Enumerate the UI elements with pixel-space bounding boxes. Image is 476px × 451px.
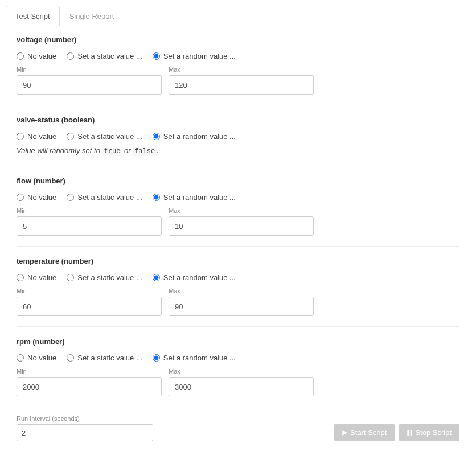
radio-input[interactable] (17, 133, 24, 140)
radio-option-random[interactable]: Set a random value ... (153, 132, 236, 141)
radio-input[interactable] (153, 274, 160, 281)
section-valve-status: valve-status (boolean)No valueSet a stat… (17, 116, 459, 166)
min-label: Min (17, 66, 162, 73)
max-field: Max (169, 66, 314, 95)
radio-label: No value (27, 193, 56, 202)
radio-label: Set a random value ... (163, 132, 236, 141)
min-label: Min (17, 207, 162, 214)
note-code: true (102, 147, 122, 156)
radio-option-static[interactable]: Set a static value ... (67, 132, 142, 141)
footer: Run Interval (seconds) Start Script Stop… (17, 415, 459, 441)
tab-single-report[interactable]: Single Report (60, 6, 124, 26)
radio-label: No value (27, 273, 56, 282)
start-script-button[interactable]: Start Script (334, 424, 395, 441)
radio-option-static[interactable]: Set a static value ... (67, 273, 142, 282)
radio-option-random[interactable]: Set a random value ... (153, 273, 236, 282)
radio-option-static[interactable]: Set a static value ... (67, 193, 142, 202)
radio-label: Set a static value ... (77, 52, 142, 60)
radio-option-noValue[interactable]: No value (17, 132, 56, 141)
max-field: Max (169, 368, 314, 396)
min-input[interactable] (17, 377, 162, 396)
minmax-row: MinMax (17, 66, 459, 95)
minmax-row: MinMax (17, 288, 459, 316)
radio-input[interactable] (153, 52, 160, 60)
radio-label: Set a static value ... (77, 273, 142, 282)
radio-label: Set a random value ... (163, 273, 236, 282)
max-input[interactable] (169, 297, 314, 316)
run-interval-input[interactable] (17, 424, 153, 441)
min-field: Min (17, 368, 162, 396)
max-input[interactable] (169, 75, 314, 95)
tab-test-script[interactable]: Test Script (6, 6, 60, 26)
note-text: . (157, 146, 159, 155)
boolean-note: Value will randomly set to true or false… (17, 146, 459, 155)
max-input[interactable] (169, 216, 314, 236)
radio-input[interactable] (17, 52, 24, 60)
buttons: Start Script Stop Script (334, 424, 459, 441)
section-title: flow (number) (17, 177, 459, 185)
radio-input[interactable] (67, 52, 74, 60)
section-title: voltage (number) (17, 35, 459, 44)
min-input[interactable] (17, 297, 162, 316)
min-input[interactable] (17, 216, 162, 236)
pause-icon (407, 430, 412, 436)
section-title: temperature (number) (17, 257, 459, 265)
stop-script-button[interactable]: Stop Script (399, 424, 459, 441)
section-temperature: temperature (number)No valueSet a static… (17, 257, 459, 327)
run-interval-label: Run Interval (seconds) (17, 415, 153, 422)
radio-option-noValue[interactable]: No value (17, 52, 56, 60)
start-script-label: Start Script (350, 428, 387, 437)
minmax-row: MinMax (17, 368, 459, 396)
radio-option-random[interactable]: Set a random value ... (153, 52, 236, 60)
min-field: Min (17, 207, 162, 236)
max-label: Max (169, 288, 314, 294)
radio-label: Set a random value ... (163, 193, 236, 202)
radio-label: Set a static value ... (77, 132, 142, 141)
radio-input[interactable] (153, 194, 160, 201)
stop-script-label: Stop Script (415, 428, 452, 437)
radio-input[interactable] (17, 274, 24, 281)
section-title: rpm (number) (17, 337, 459, 346)
radio-input[interactable] (153, 133, 160, 140)
svg-rect-1 (411, 430, 412, 436)
radio-option-random[interactable]: Set a random value ... (153, 193, 236, 202)
radio-input[interactable] (67, 274, 74, 281)
radio-option-noValue[interactable]: No value (17, 273, 56, 282)
min-field: Min (17, 66, 162, 95)
radio-option-random[interactable]: Set a random value ... (153, 354, 236, 362)
min-label: Min (17, 368, 162, 375)
section-flow: flow (number)No valueSet a static value … (17, 177, 459, 247)
radio-option-static[interactable]: Set a static value ... (67, 52, 142, 60)
run-interval-field: Run Interval (seconds) (17, 415, 153, 441)
radio-option-noValue[interactable]: No value (17, 354, 56, 362)
play-icon (342, 430, 347, 436)
min-input[interactable] (17, 75, 162, 95)
radio-label: Set a static value ... (77, 354, 142, 362)
radio-input[interactable] (67, 194, 74, 201)
note-code: false (133, 147, 157, 156)
section-title: valve-status (boolean) (17, 116, 459, 124)
note-text: or (122, 146, 133, 155)
radio-input[interactable] (67, 354, 74, 362)
radio-option-noValue[interactable]: No value (17, 193, 56, 202)
radio-row: No valueSet a static value ...Set a rand… (17, 52, 459, 60)
radio-row: No valueSet a static value ...Set a rand… (17, 193, 459, 202)
radio-label: No value (27, 354, 56, 362)
min-label: Min (17, 288, 162, 294)
section-voltage: voltage (number)No valueSet a static val… (17, 35, 459, 105)
radio-input[interactable] (17, 354, 24, 362)
minmax-row: MinMax (17, 207, 459, 236)
max-field: Max (169, 207, 314, 236)
radio-input[interactable] (17, 194, 24, 201)
radio-input[interactable] (153, 354, 160, 362)
radio-row: No valueSet a static value ...Set a rand… (17, 273, 459, 282)
note-text: Value will randomly set to (17, 146, 102, 155)
max-label: Max (169, 66, 314, 73)
max-input[interactable] (169, 377, 314, 396)
radio-row: No valueSet a static value ...Set a rand… (17, 354, 459, 362)
max-label: Max (169, 207, 314, 214)
radio-label: Set a random value ... (163, 354, 236, 362)
radio-row: No valueSet a static value ...Set a rand… (17, 132, 459, 141)
radio-option-static[interactable]: Set a static value ... (67, 354, 142, 362)
radio-input[interactable] (67, 133, 74, 140)
